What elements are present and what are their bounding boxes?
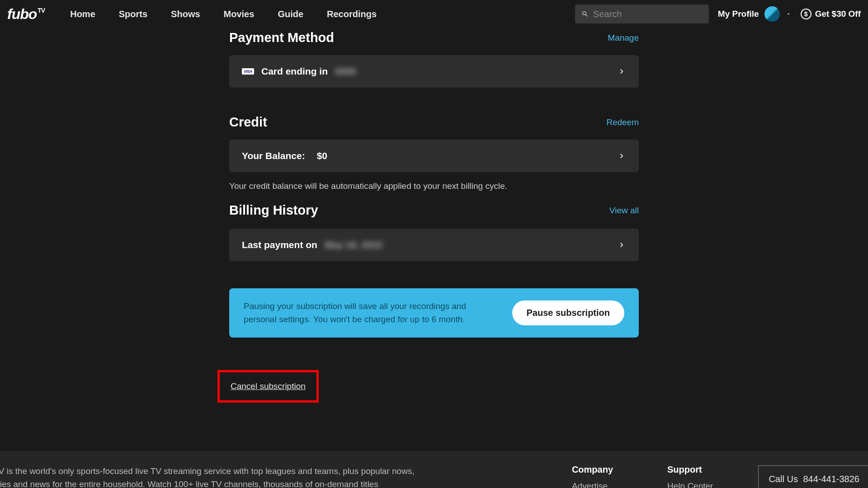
last-payment-content: Last payment on May 18, 2022 xyxy=(242,239,382,250)
chevron-right-icon xyxy=(617,67,626,76)
pause-subscription-banner: Pausing your subscription will save all … xyxy=(229,288,639,338)
card-brand-badge: VISA xyxy=(242,68,254,75)
nav-recordings[interactable]: Recordings xyxy=(327,9,377,19)
footer: boTV is the world's only sports-focused … xyxy=(0,451,868,488)
header-right: My Profile $ Get $30 Off xyxy=(575,5,861,23)
main-nav: Home Sports Shows Movies Guide Recording… xyxy=(70,9,377,19)
credit-balance-card[interactable]: Your Balance: $0 xyxy=(229,140,639,172)
payment-method-card[interactable]: VISA Card ending in 0000 xyxy=(229,55,639,88)
last-payment-date-masked: May 18, 2022 xyxy=(325,239,382,250)
chevron-down-icon xyxy=(785,11,792,17)
credit-helper-text: Your credit balance will be automaticall… xyxy=(229,181,639,191)
chevron-right-icon xyxy=(617,151,626,160)
balance-label: Your Balance: xyxy=(242,150,305,161)
main-content: Payment Method Manage VISA Card ending i… xyxy=(229,30,639,403)
logo-suffix: TV xyxy=(38,7,45,14)
call-us-box[interactable]: Call Us 844-441-3826 xyxy=(758,465,868,488)
balance-value: $0 xyxy=(317,150,327,161)
last-payment-label: Last payment on xyxy=(242,239,317,250)
last-payment-card[interactable]: Last payment on May 18, 2022 xyxy=(229,229,639,261)
chevron-right-icon xyxy=(617,240,626,249)
footer-company-col: Company Advertise xyxy=(572,465,613,488)
view-all-link[interactable]: View all xyxy=(609,206,639,216)
call-us-label: Call Us xyxy=(769,474,797,484)
nav-shows[interactable]: Shows xyxy=(171,9,200,19)
payment-method-heading-row: Payment Method Manage xyxy=(229,30,639,45)
footer-help-link[interactable]: Help Center xyxy=(667,481,713,488)
profile-label: My Profile xyxy=(718,9,759,19)
credit-heading-row: Credit Redeem xyxy=(229,115,639,130)
pause-subscription-button[interactable]: Pause subscription xyxy=(512,300,625,325)
nav-movies[interactable]: Movies xyxy=(224,9,255,19)
cancel-subscription-link[interactable]: Cancel subscription xyxy=(231,381,306,391)
search-input[interactable] xyxy=(593,9,703,19)
footer-company-heading: Company xyxy=(572,465,613,475)
footer-advertise-link[interactable]: Advertise xyxy=(572,481,608,488)
credit-title: Credit xyxy=(229,115,267,130)
footer-blurb: boTV is the world's only sports-focused … xyxy=(0,465,418,488)
redeem-link[interactable]: Redeem xyxy=(606,117,639,127)
nav-guide[interactable]: Guide xyxy=(278,9,303,19)
call-us-number: 844-441-3826 xyxy=(803,474,859,484)
payment-method-title: Payment Method xyxy=(229,30,334,45)
footer-support-heading: Support xyxy=(667,465,713,475)
payment-method-card-content: VISA Card ending in 0000 xyxy=(242,66,356,77)
card-last4-masked: 0000 xyxy=(335,66,356,77)
promo-label: Get $30 Off xyxy=(815,9,861,19)
search-icon xyxy=(581,10,589,18)
footer-support-col: Support Help Center xyxy=(667,465,713,488)
cancel-highlight-box: Cancel subscription xyxy=(217,370,319,403)
top-header: fuboTV Home Sports Shows Movies Guide Re… xyxy=(0,0,868,28)
billing-heading-row: Billing History View all xyxy=(229,203,639,218)
cancel-subscription-row: Cancel subscription xyxy=(229,370,639,403)
profile-menu[interactable]: My Profile xyxy=(718,6,792,22)
nav-sports[interactable]: Sports xyxy=(119,9,147,19)
credit-balance-content: Your Balance: $0 xyxy=(242,150,327,161)
avatar xyxy=(764,6,780,22)
footer-columns: Company Advertise Support Help Center xyxy=(572,465,713,488)
card-ending-label: Card ending in xyxy=(261,66,328,77)
nav-home[interactable]: Home xyxy=(70,9,95,19)
pause-description: Pausing your subscription will save all … xyxy=(244,300,479,326)
billing-title: Billing History xyxy=(229,203,318,218)
dollar-icon: $ xyxy=(801,9,811,19)
logo[interactable]: fuboTV xyxy=(7,6,45,23)
logo-text: fubo xyxy=(7,6,37,23)
manage-payment-link[interactable]: Manage xyxy=(608,33,639,43)
promo-link[interactable]: $ Get $30 Off xyxy=(801,9,861,19)
search-box[interactable] xyxy=(575,5,709,23)
